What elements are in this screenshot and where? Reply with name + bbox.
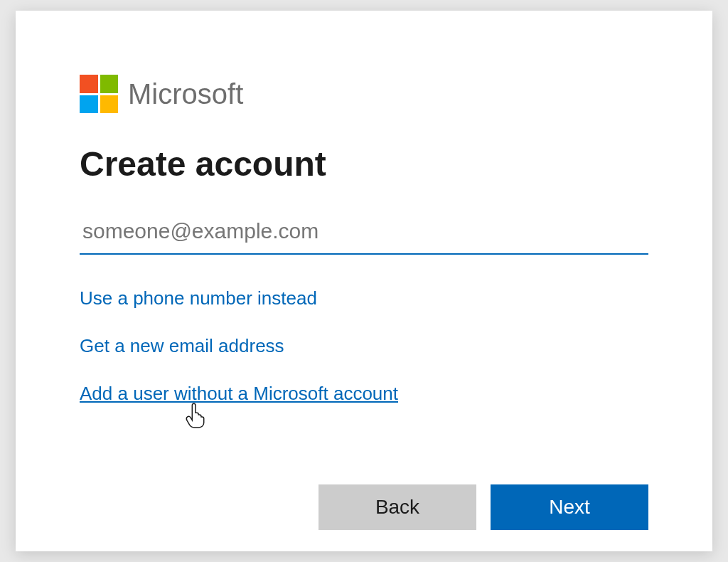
use-phone-link[interactable]: Use a phone number instead [80,287,648,309]
email-field[interactable] [80,213,648,255]
brand-row: Microsoft [80,75,648,113]
dialog-buttons: Back Next [318,484,648,530]
pointer-cursor-icon [185,403,206,428]
brand-name: Microsoft [128,78,243,110]
next-button[interactable]: Next [491,484,648,530]
create-account-dialog: Microsoft Create account Use a phone num… [16,11,712,551]
back-button[interactable]: Back [318,484,476,530]
page-title: Create account [80,144,648,184]
new-email-link[interactable]: Get a new email address [80,335,648,357]
add-user-without-ms-account-link[interactable]: Add a user without a Microsoft account [80,383,398,405]
microsoft-logo-icon [80,75,118,113]
